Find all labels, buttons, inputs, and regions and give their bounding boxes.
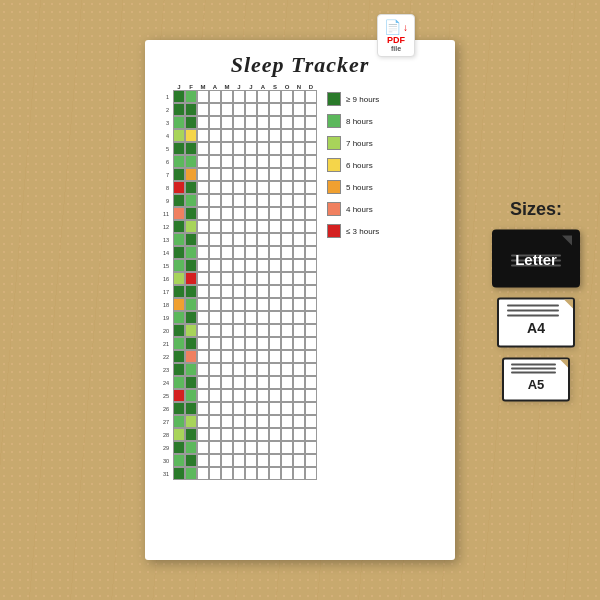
grid-cell[interactable] [281, 389, 293, 402]
grid-cell[interactable] [173, 311, 185, 324]
grid-cell[interactable] [293, 220, 305, 233]
grid-cell[interactable] [221, 155, 233, 168]
grid-cell[interactable] [221, 298, 233, 311]
grid-cell[interactable] [245, 454, 257, 467]
grid-cell[interactable] [221, 259, 233, 272]
grid-cell[interactable] [185, 116, 197, 129]
size-card-a5[interactable]: A5 [502, 358, 570, 402]
grid-cell[interactable] [185, 168, 197, 181]
grid-cell[interactable] [305, 454, 317, 467]
grid-cell[interactable] [209, 337, 221, 350]
grid-cell[interactable] [233, 246, 245, 259]
grid-cell[interactable] [269, 428, 281, 441]
grid-cell[interactable] [185, 454, 197, 467]
grid-cell[interactable] [245, 324, 257, 337]
grid-cell[interactable] [269, 467, 281, 480]
grid-cell[interactable] [305, 90, 317, 103]
grid-cell[interactable] [305, 285, 317, 298]
grid-cell[interactable] [305, 129, 317, 142]
grid-cell[interactable] [257, 454, 269, 467]
grid-cell[interactable] [185, 246, 197, 259]
grid-cell[interactable] [293, 207, 305, 220]
grid-cell[interactable] [245, 155, 257, 168]
grid-cell[interactable] [269, 259, 281, 272]
grid-cell[interactable] [173, 259, 185, 272]
grid-cell[interactable] [281, 168, 293, 181]
grid-cell[interactable] [305, 363, 317, 376]
grid-cell[interactable] [233, 272, 245, 285]
grid-cell[interactable] [233, 181, 245, 194]
grid-cell[interactable] [173, 233, 185, 246]
grid-cell[interactable] [281, 285, 293, 298]
grid-cell[interactable] [257, 337, 269, 350]
grid-cell[interactable] [185, 194, 197, 207]
grid-cell[interactable] [209, 324, 221, 337]
grid-cell[interactable] [305, 168, 317, 181]
grid-cell[interactable] [245, 441, 257, 454]
grid-cell[interactable] [173, 168, 185, 181]
grid-cell[interactable] [305, 441, 317, 454]
grid-cell[interactable] [221, 103, 233, 116]
grid-cell[interactable] [173, 402, 185, 415]
grid-cell[interactable] [245, 259, 257, 272]
grid-cell[interactable] [233, 142, 245, 155]
grid-cell[interactable] [293, 337, 305, 350]
grid-cell[interactable] [245, 311, 257, 324]
grid-cell[interactable] [305, 428, 317, 441]
grid-cell[interactable] [209, 259, 221, 272]
grid-cell[interactable] [269, 246, 281, 259]
grid-cell[interactable] [233, 376, 245, 389]
grid-cell[interactable] [221, 129, 233, 142]
grid-cell[interactable] [185, 233, 197, 246]
grid-cell[interactable] [221, 337, 233, 350]
grid-cell[interactable] [233, 467, 245, 480]
grid-cell[interactable] [257, 428, 269, 441]
grid-cell[interactable] [233, 415, 245, 428]
grid-cell[interactable] [281, 194, 293, 207]
grid-cell[interactable] [209, 194, 221, 207]
grid-cell[interactable] [197, 402, 209, 415]
grid-cell[interactable] [185, 142, 197, 155]
grid-cell[interactable] [197, 389, 209, 402]
grid-cell[interactable] [293, 324, 305, 337]
grid-cell[interactable] [209, 441, 221, 454]
grid-cell[interactable] [221, 324, 233, 337]
grid-cell[interactable] [185, 259, 197, 272]
grid-cell[interactable] [209, 220, 221, 233]
grid-cell[interactable] [173, 181, 185, 194]
grid-cell[interactable] [185, 298, 197, 311]
grid-cell[interactable] [173, 441, 185, 454]
grid-cell[interactable] [221, 441, 233, 454]
grid-cell[interactable] [245, 246, 257, 259]
grid-cell[interactable] [257, 350, 269, 363]
grid-cell[interactable] [245, 467, 257, 480]
grid-cell[interactable] [173, 337, 185, 350]
grid-cell[interactable] [173, 363, 185, 376]
grid-cell[interactable] [185, 207, 197, 220]
grid-cell[interactable] [305, 272, 317, 285]
grid-cell[interactable] [257, 116, 269, 129]
grid-cell[interactable] [257, 285, 269, 298]
grid-cell[interactable] [257, 298, 269, 311]
grid-cell[interactable] [281, 129, 293, 142]
grid-cell[interactable] [245, 181, 257, 194]
grid-cell[interactable] [245, 428, 257, 441]
grid-cell[interactable] [293, 181, 305, 194]
grid-cell[interactable] [293, 194, 305, 207]
grid-cell[interactable] [185, 103, 197, 116]
grid-cell[interactable] [245, 207, 257, 220]
grid-cell[interactable] [233, 428, 245, 441]
pdf-badge[interactable]: 📄 ↓ PDF file [377, 14, 415, 57]
grid-cell[interactable] [305, 402, 317, 415]
grid-cell[interactable] [197, 220, 209, 233]
grid-cell[interactable] [269, 168, 281, 181]
size-card-a4[interactable]: A4 [497, 298, 575, 348]
grid-cell[interactable] [197, 194, 209, 207]
grid-cell[interactable] [281, 337, 293, 350]
grid-cell[interactable] [305, 337, 317, 350]
grid-cell[interactable] [257, 90, 269, 103]
grid-cell[interactable] [293, 428, 305, 441]
grid-cell[interactable] [281, 454, 293, 467]
grid-cell[interactable] [293, 129, 305, 142]
grid-cell[interactable] [209, 285, 221, 298]
